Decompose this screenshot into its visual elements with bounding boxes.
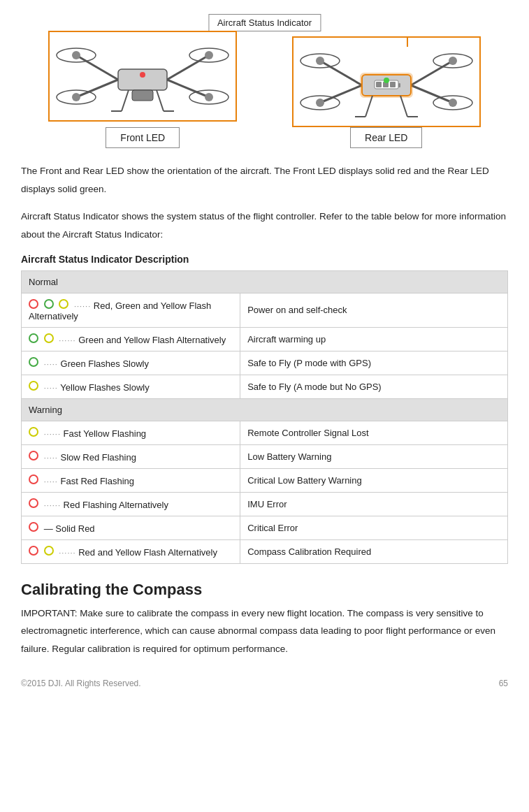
table-row: ······ Red Flashing Alternatively IMU Er… [22,492,508,516]
led-desc-cell: ······ Fast Yellow Flashing [22,421,240,444]
svg-line-19 [320,61,362,85]
led-g-circle [44,299,54,309]
led-y-circle [59,299,68,309]
meaning-cell: Low Battery Warning [240,444,508,468]
led-desc-cell: ····· Slow Red Flashing [22,444,240,468]
led-text: Green Flashes Slowly [61,358,149,369]
led-y-circle [44,333,54,343]
meaning-cell: Power on and self-check [240,293,508,327]
svg-rect-34 [376,82,382,87]
led-desc-cell: ····· Yellow Flashes Slowly [22,375,240,398]
svg-point-9 [205,51,213,59]
svg-point-30 [449,99,457,107]
svg-line-3 [167,80,209,97]
table-title: Aircraft Status Indicator Description [21,254,508,265]
description-para2: Aircraft Status Indicator shows the syst… [21,208,508,243]
svg-line-2 [76,80,118,97]
led-r-circle [29,546,38,556]
led-desc-cell: — Solid Red [22,516,240,539]
pattern-dots: ······ [59,336,75,345]
calibrating-text: IMPORTANT: Make sure to calibrate the co… [21,604,508,658]
normal-header-cell: Normal [22,270,508,293]
pattern-dots: ······ [44,501,61,509]
indicator-label: Aircraft Status Indicator [208,14,321,31]
calibrating-title: Calibrating the Compass [21,581,508,599]
pattern-dots: ······ [59,549,75,557]
copyright-text: ©2015 DJI. All Rights Reserved. [21,679,141,688]
front-drone-box [48,31,237,122]
led-text: Red and Yellow Flash Alternatively [78,547,217,558]
svg-point-42 [384,78,389,83]
meaning-cell: Aircraft warming up [240,327,508,351]
warning-header-cell: Warning [22,398,508,421]
led-r-circle [29,451,38,461]
led-r-circle [29,299,38,309]
led-desc-cell: ······ Red Flashing Alternatively [22,492,240,516]
footer: ©2015 DJI. All Rights Reserved. 65 [21,679,508,688]
svg-point-28 [449,57,457,65]
svg-line-13 [122,90,129,111]
diagram-section: Front LED [21,31,508,148]
led-y-circle [44,546,54,556]
meaning-cell: Safe to Fly (A mode but No GPS) [240,375,508,398]
meaning-cell: Remote Controller Signal Lost [240,421,508,444]
svg-point-10 [72,93,80,101]
led-desc-cell: ····· Green Flashes Slowly [22,351,240,375]
led-g-circle [29,357,38,367]
front-drone-svg [55,34,230,118]
rear-drone: Rear LED [292,36,481,148]
calibrating-section: Calibrating the Compass IMPORTANT: Make … [21,581,508,658]
meaning-cell: Critical Error [240,516,508,539]
led-y-circle [29,427,38,437]
meaning-cell: Critical Low Battery Warning [240,468,508,492]
meaning-cell: Compass Calibration Required [240,539,508,563]
led-text: Yellow Flashes Slowly [60,382,149,393]
table-row: ····· Fast Red Flashing Critical Low Bat… [22,468,508,492]
pattern-dots: ····· [44,477,58,486]
diagram-area: Aircraft Status Indicator [21,14,508,148]
warning-header-row: Warning [22,398,508,421]
rear-drone-svg [299,40,474,124]
led-text: — Solid Red [44,523,95,534]
led-text: Slow Red Flashing [61,452,136,463]
status-table: Normal ······ Red, Green and Yellow Flas… [21,270,508,564]
table-row: ····· Yellow Flashes Slowly Safe to Fly … [22,375,508,398]
svg-line-1 [167,55,209,80]
table-row: ····· Slow Red Flashing Low Battery Warn… [22,444,508,468]
svg-line-0 [76,55,118,80]
led-r-circle [29,498,38,508]
table-row: ······ Red and Yellow Flash Alternativel… [22,539,508,563]
table-row: ······ Green and Yellow Flash Alternativ… [22,327,508,351]
svg-point-11 [205,93,213,101]
led-text: Green and Yellow Flash Alternatively [78,335,226,345]
normal-header-row: Normal [22,270,508,293]
svg-line-39 [400,96,407,117]
table-row: — Solid Red Critical Error [22,516,508,539]
pattern-dots: ······ [74,302,91,310]
table-row: ······ Red, Green and Yellow Flash Alter… [22,293,508,327]
svg-line-21 [320,85,362,103]
led-desc-cell: ····· Fast Red Flashing [22,468,240,492]
led-r-circle [29,474,38,484]
led-desc-cell: ······ Red and Yellow Flash Alternativel… [22,539,240,563]
led-text: Fast Red Flashing [61,476,135,486]
meaning-cell: IMU Error [240,492,508,516]
table-row: ······ Fast Yellow Flashing Remote Contr… [22,421,508,444]
svg-point-27 [316,57,324,65]
led-text: Fast Yellow Flashing [64,428,147,439]
rear-drone-box [292,36,481,127]
pattern-dots: ······ [44,430,61,438]
rear-led-label: Rear LED [350,127,422,148]
svg-point-29 [316,99,324,107]
front-led-label: Front LED [106,127,180,148]
led-text: Red, Green and Yellow Flash Alternativel… [29,300,211,321]
page-number: 65 [499,679,508,688]
svg-point-18 [140,72,145,78]
pattern-dots: ····· [44,360,58,368]
svg-rect-37 [398,83,400,87]
led-r-circle [29,522,38,532]
pattern-dots: ····· [44,384,58,392]
svg-rect-36 [390,82,396,87]
led-desc-cell: ······ Green and Yellow Flash Alternativ… [22,327,240,351]
front-drone: Front LED [48,31,237,148]
